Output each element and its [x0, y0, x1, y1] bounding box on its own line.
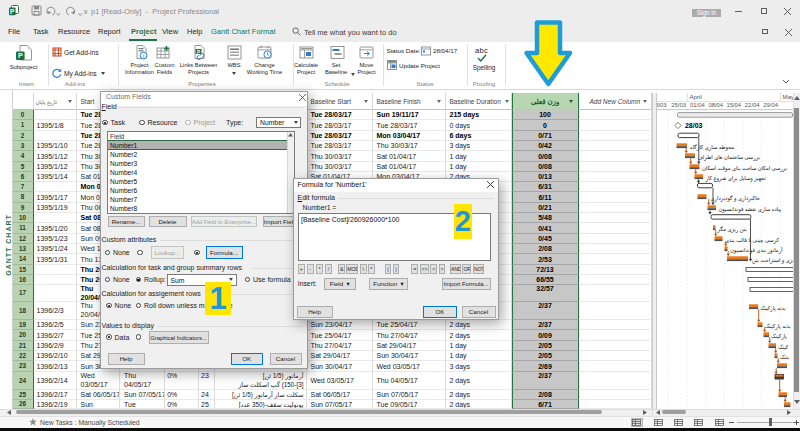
svg-text:پارکینگ: پارکینگ: [770, 333, 786, 340]
svg-text:28/03: 28/03: [685, 122, 703, 129]
svg-text:P: P: [197, 50, 200, 55]
svg-text:01/04: 01/04: [690, 102, 705, 108]
svg-text:بتن ریزی و استراحت بتن: بتن ریزی و استراحت بتن: [751, 257, 792, 264]
svg-text:P: P: [18, 51, 23, 60]
svg-text:P: P: [10, 8, 15, 15]
svg-text:18/03: 18/03: [657, 102, 667, 108]
svg-text:i: i: [143, 53, 144, 59]
svg-text:کینگ: کینگ: [777, 344, 788, 350]
svg-text:کرسی چینی با قالب بندی: کرسی چینی با قالب بندی: [725, 237, 780, 244]
svg-text:بررسی ساختمان های اطراف: بررسی ساختمان های اطراف: [697, 154, 760, 161]
svg-text:May: May: [782, 93, 793, 100]
svg-text:بررسی امکان ساخت بنای موقت اسک: بررسی امکان ساخت بنای موقت اسکان: [702, 165, 787, 172]
svg-text:29/04: 29/04: [763, 102, 778, 108]
svg-text:بدنه پارکینگ: بدنه پارکینگ: [764, 323, 790, 330]
svg-text:آرماتور بندی فوندانسیون: آرماتور بندی فوندانسیون: [729, 247, 782, 254]
svg-text:15/04: 15/04: [726, 102, 741, 108]
svg-text:بتن ریزی مگر: بتن ریزی مگر: [716, 226, 746, 233]
svg-text:بتنگ: بتنگ: [779, 354, 788, 360]
svg-text:محوطه سازی کارگاه: محوطه سازی کارگاه: [690, 144, 735, 151]
svg-text:خاکبرداری و گودبرداری: خاکبرداری و گودبرداری: [710, 195, 759, 202]
svg-text:پیاده سازی نقشه فوندانسیون: پیاده سازی نقشه فوندانسیون: [718, 206, 781, 213]
svg-text:08/04: 08/04: [708, 102, 723, 108]
svg-text:April: April: [689, 93, 701, 100]
svg-text:22/04: 22/04: [744, 102, 759, 108]
svg-text:بدنه پارکینگ: بدنه پارکینگ: [759, 305, 785, 312]
svg-text:تجهیز وسایل برای شروع کار: تجهیز وسایل برای شروع کار: [704, 175, 766, 182]
svg-text:25/03: 25/03: [671, 102, 686, 108]
